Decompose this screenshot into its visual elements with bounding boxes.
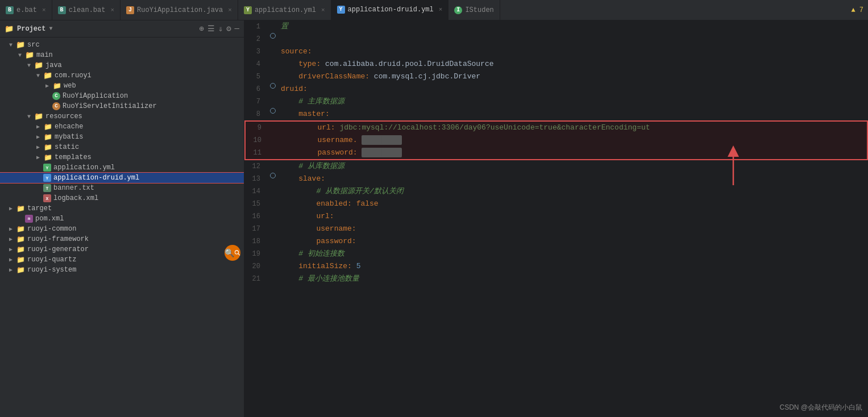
tree-label-logback: logback.xml xyxy=(53,194,98,202)
tab-close5[interactable]: × xyxy=(439,6,443,13)
line-content-7: # 主库数据源 xyxy=(279,95,868,108)
tree-item-mybatis[interactable]: ▶ 📁 mybatis xyxy=(0,132,244,142)
tree-item-templates[interactable]: ▶ 📁 templates xyxy=(0,152,244,162)
tree-item-src[interactable]: ▼ 📁 src xyxy=(0,40,244,50)
gutter-dot-2 xyxy=(270,33,276,39)
folder-main-icon: 📁 xyxy=(25,51,34,59)
tree-item-ehcache[interactable]: ▶ 📁 ehcache xyxy=(0,122,244,132)
folder-icon-header: 📁 xyxy=(5,24,14,34)
arrow-target: ▶ xyxy=(9,205,16,212)
collapse-icon[interactable]: ⇓ xyxy=(218,24,223,34)
tab-ebat[interactable]: B e.bat × xyxy=(0,0,52,20)
tab-close2[interactable]: × xyxy=(110,7,114,14)
sidebar-header: 📁 Project ▼ ⊕ ☰ ⇓ ⚙ — xyxy=(0,20,244,37)
tree-item-appyml[interactable]: Y application.yml xyxy=(0,162,244,173)
line-content-4: type: com.alibaba.druid.pool.DruidDataSo… xyxy=(279,58,868,70)
tab-close[interactable]: × xyxy=(42,7,46,14)
tree-item-comruoyi[interactable]: ▼ 📁 com.ruoyi xyxy=(0,70,244,81)
tree-item-pom[interactable]: m pom.xml xyxy=(0,214,244,224)
tab-istudent[interactable]: I IStuden xyxy=(448,0,500,20)
tree-label-appdruid: application-druid.yml xyxy=(53,174,139,182)
tree-item-ruoyi-framework[interactable]: ▶ 📁 ruoyi-framework xyxy=(0,234,244,244)
file-ruoyiapp-icon: C xyxy=(52,92,60,100)
folder-templates-icon: 📁 xyxy=(43,153,52,161)
tree-item-appdruid[interactable]: Y application-druid.yml xyxy=(0,173,244,183)
yml-active-icon: Y xyxy=(337,6,345,14)
code-editor[interactable]: 1 置 2 3 source: 4 type: com.alibaba.drui… xyxy=(244,20,868,417)
line-content-20: initialSize: 5 xyxy=(279,260,868,273)
line-num-13: 13 xyxy=(244,173,267,185)
dropdown-arrow: ▼ xyxy=(49,26,52,32)
folder-ruoyi-quartz-icon: 📁 xyxy=(16,256,25,264)
code-line-19: 19 # 初始连接数 xyxy=(244,248,868,260)
folder-java-icon: 📁 xyxy=(34,61,43,69)
gutter-dot-13 xyxy=(270,173,276,178)
code-line-20: 20 initialSize: 5 xyxy=(244,260,868,273)
tree-item-logback[interactable]: X logback.xml xyxy=(0,193,244,203)
code-line-14: 14 # 从数据源开关/默认关闭 xyxy=(244,185,868,198)
line-content-3: source: xyxy=(279,45,868,58)
arrow-templates: ▶ xyxy=(36,154,43,161)
tree-item-ruoyi-generator[interactable]: ▶ 📁 ruoyi-generator xyxy=(0,244,244,255)
folder-ehcache-icon: 📁 xyxy=(43,123,52,131)
tree-item-java[interactable]: ▼ 📁 java xyxy=(0,60,244,70)
expand-icon[interactable]: ☰ xyxy=(207,24,215,34)
tree-item-target[interactable]: ▶ 📁 target xyxy=(0,203,244,214)
arrow-comruoyi: ▼ xyxy=(36,73,43,79)
tree-item-ruoyi-system[interactable]: ▶ 📁 ruoyi-system xyxy=(0,265,244,275)
tree-label-pom: pom.xml xyxy=(35,215,64,223)
username-blurred: ████████ xyxy=(362,135,401,145)
tree-label-main: main xyxy=(36,51,53,59)
line-num-5: 5 xyxy=(244,70,267,83)
code-line-2: 2 xyxy=(244,33,868,45)
tree-item-ruoyiservlet[interactable]: C RuoYiServletInitializer xyxy=(0,101,244,111)
arrow-ruoyi-common: ▶ xyxy=(9,226,16,232)
code-line-18: 18 password: xyxy=(244,235,868,248)
search-svg xyxy=(234,248,240,257)
tab-appdruid[interactable]: Y application-druid.yml × xyxy=(331,0,449,20)
line-num-9: 9 xyxy=(246,122,268,134)
gutter-dot-6 xyxy=(270,83,276,89)
tree-item-ruoyiapp[interactable]: C RuoYiApplication xyxy=(0,91,244,101)
code-line-10: 10 username. ████████ xyxy=(246,134,867,147)
tree-label-ruoyi-generator: ruoyi-generator xyxy=(27,245,89,253)
tab-close4[interactable]: × xyxy=(321,7,325,14)
tree-item-banner[interactable]: T banner.txt xyxy=(0,183,244,193)
tree-item-static[interactable]: ▶ 📁 static xyxy=(0,142,244,152)
code-line-1: 1 置 xyxy=(244,20,868,33)
tree-item-ruoyi-quartz[interactable]: ▶ 📁 ruoyi-quartz xyxy=(0,255,244,265)
java-icon: J xyxy=(126,6,134,14)
line-num-12: 12 xyxy=(244,160,267,173)
folder-resources-icon: 📁 xyxy=(34,112,43,120)
tree-label-mybatis: mybatis xyxy=(55,133,83,141)
tree-label-ruoyiservlet: RuoYiServletInitializer xyxy=(63,102,157,110)
tab-ruoyiapp[interactable]: J RuoYiApplication.java × xyxy=(121,0,238,20)
code-line-8: 8 master: xyxy=(244,108,868,120)
line-num-3: 3 xyxy=(244,45,267,58)
arrow-resources: ▼ xyxy=(27,114,34,120)
tab-close3[interactable]: × xyxy=(228,7,232,14)
line-content-6: druid: xyxy=(279,83,868,95)
line-content-16: url: xyxy=(279,210,868,223)
minimize-icon[interactable]: — xyxy=(235,24,239,34)
folder-ruoyi-system-icon: 📁 xyxy=(16,266,25,274)
settings-icon[interactable]: ⚙ xyxy=(226,24,231,34)
line-content-13: slave: xyxy=(279,173,868,185)
tab-cleanbat[interactable]: B clean.bat × xyxy=(52,0,121,20)
file-pom-icon: m xyxy=(25,215,33,223)
line-num-15: 15 xyxy=(244,198,267,210)
project-title: Project xyxy=(17,25,45,33)
line-num-18: 18 xyxy=(244,235,267,248)
tree-label-src: src xyxy=(27,41,40,49)
code-line-6: 6 druid: xyxy=(244,83,868,95)
tab-appyml[interactable]: Y application.yml × xyxy=(238,0,331,20)
tree-item-main[interactable]: ▼ 📁 main xyxy=(0,50,244,60)
code-line-17: 17 username: xyxy=(244,223,868,235)
tree-item-web[interactable]: ▶ 📁 web xyxy=(0,81,244,91)
tree-item-ruoyi-common[interactable]: ▶ 📁 ruoyi-common xyxy=(0,224,244,234)
search-icon-button[interactable] xyxy=(225,245,240,261)
locate-icon[interactable]: ⊕ xyxy=(199,24,203,34)
line-content-1: 置 xyxy=(279,20,868,33)
code-line-7: 7 # 主库数据源 xyxy=(244,95,868,108)
tree-item-resources[interactable]: ▼ 📁 resources xyxy=(0,111,244,122)
